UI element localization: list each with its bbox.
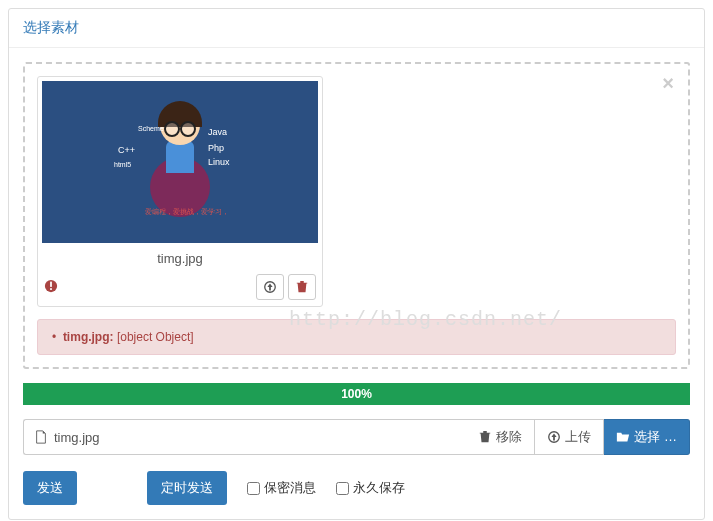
remove-button[interactable]: 移除 (466, 419, 535, 455)
trash-icon (478, 430, 492, 444)
img-label-linux: Linux (208, 157, 230, 167)
img-label-html5: html5 (114, 161, 131, 168)
error-icon (44, 279, 58, 296)
close-icon[interactable]: × (662, 72, 674, 95)
progress-bar: 100% (23, 383, 690, 405)
img-label-java: Java (208, 127, 227, 137)
svg-rect-1 (50, 281, 52, 286)
material-panel: 选择素材 × Java C++ Php Linux Scheme (8, 8, 705, 520)
delete-thumbnail-button[interactable] (288, 274, 316, 300)
persist-checkbox[interactable]: 永久保存 (336, 479, 405, 497)
upload-icon (547, 430, 561, 444)
thumbnail-card: Java C++ Php Linux Scheme html5 爱编程，爱挑战，… (37, 76, 323, 307)
file-input-row: timg.jpg 移除 上传 选择 … (23, 419, 690, 455)
panel-title: 选择素材 (9, 9, 704, 48)
error-filename: timg.jpg: (63, 330, 114, 344)
svg-rect-2 (50, 288, 52, 290)
error-text: [object Object] (117, 330, 194, 344)
persist-input[interactable] (336, 482, 349, 495)
select-button[interactable]: 选择 … (604, 419, 690, 455)
img-label-php: Php (208, 143, 224, 153)
upload-button[interactable]: 上传 (535, 419, 604, 455)
send-button[interactable]: 发送 (23, 471, 77, 505)
folder-open-icon (616, 430, 630, 444)
retry-upload-button[interactable] (256, 274, 284, 300)
upload-dropzone[interactable]: × Java C++ Php Linux Scheme html5 (23, 62, 690, 369)
img-label-cpp: C++ (118, 145, 135, 155)
error-bullet: • (52, 330, 56, 344)
img-label-scheme: Scheme (138, 125, 164, 132)
bottom-actions: 发送 定时发送 保密消息 永久保存 (23, 471, 690, 505)
thumbnail-filename: timg.jpg (42, 243, 318, 270)
filename-field[interactable]: timg.jpg (23, 419, 466, 455)
upload-icon (263, 280, 277, 294)
panel-body: × Java C++ Php Linux Scheme html5 (9, 48, 704, 519)
trash-icon (295, 280, 309, 294)
filename-text: timg.jpg (54, 430, 100, 445)
schedule-send-button[interactable]: 定时发送 (147, 471, 227, 505)
progress-label: 100% (341, 387, 372, 401)
file-icon (34, 430, 48, 444)
thumbnail-image: Java C++ Php Linux Scheme html5 爱编程，爱挑战，… (42, 81, 318, 243)
img-red-caption: 爱编程，爱挑战，爱学习， (145, 207, 229, 217)
confidential-checkbox[interactable]: 保密消息 (247, 479, 316, 497)
error-message: • timg.jpg: [object Object] (37, 319, 676, 355)
confidential-input[interactable] (247, 482, 260, 495)
